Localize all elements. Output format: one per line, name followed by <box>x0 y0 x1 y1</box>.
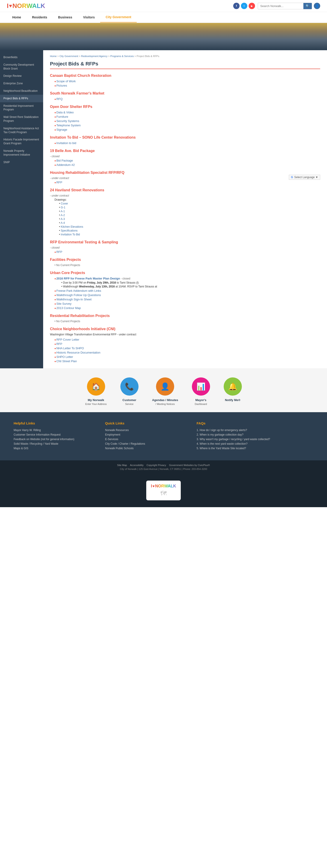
link-cover[interactable]: Cover <box>61 202 68 205</box>
link-nha-letter[interactable]: NHA Letter To SHPO <box>56 346 84 350</box>
link-rfp-env[interactable]: RFP <box>56 250 62 254</box>
facebook-icon[interactable]: f <box>233 3 239 9</box>
mayor-circle: 📊 <box>192 377 210 396</box>
sidebar-item-enterprise-zone[interactable]: Enterprise Zone <box>0 80 43 87</box>
sidebar-item-snip[interactable]: SNIP <box>0 159 43 166</box>
youtube-icon[interactable]: ▶ <box>249 3 255 9</box>
sidebar-item-brownfields[interactable]: Brownfields <box>0 54 43 61</box>
link-government-websites[interactable]: Government Websites by CivicPlus® <box>169 464 210 466</box>
nav-visitors[interactable]: Visitors <box>78 12 100 22</box>
link-a1[interactable]: A-1 <box>61 210 65 213</box>
link-pictures[interactable]: Pictures <box>56 84 67 87</box>
sidebar-item-cdbg[interactable]: Community Development Block Grant <box>0 61 43 72</box>
footer-icon-my-norwalk[interactable]: 🏠 My Norwalk Enter Your Address <box>85 377 106 405</box>
link-furniture[interactable]: Furniture <box>56 115 68 118</box>
link-customer-info[interactable]: Customer Service Information Request <box>13 433 92 436</box>
footer-icon-mayor[interactable]: 📊 Mayor's Dashboard <box>192 377 210 405</box>
footer-logo[interactable]: I ♥ NORWALK 🗺 <box>146 480 181 500</box>
breadcrumb-programs[interactable]: Programs & Services <box>110 55 134 58</box>
link-rfp-cni[interactable]: RFP <box>56 342 62 346</box>
footer-icon-notify[interactable]: 🔔 Notify Me® <box>224 377 242 405</box>
sidebar-item-neighborhood-assistance[interactable]: Neighborhood Assistance Act Tax Credit P… <box>0 125 43 136</box>
breadcrumb-redevelopment[interactable]: Redevelopment Agency <box>81 55 107 58</box>
link-solid-waste[interactable]: Solid Waste / Recycling / Yard Waste <box>13 442 92 445</box>
footer-quick-links: Quick Links Norwalk Resources Employment… <box>105 421 183 451</box>
my-norwalk-circle: 🏠 <box>87 377 105 396</box>
footer-icon-agendas[interactable]: 👤 Agendas / Minutes / Meeting Notices <box>152 377 178 405</box>
link-bid-package[interactable]: Bid Package <box>56 159 73 162</box>
footer-address: City of Norwalk | 125 East Avenue | Norw… <box>3 468 324 470</box>
nav-residents[interactable]: Residents <box>27 12 53 22</box>
link-rfp-cover-letter[interactable]: RFP Cover Letter <box>56 338 79 341</box>
link-a3[interactable]: A-3 <box>61 217 65 221</box>
footer-icon-customer[interactable]: 📞 Customer Service <box>120 377 138 405</box>
sidebar-item-wall-street[interactable]: Wall Street Rent Stabilization Program <box>0 113 43 125</box>
sidebar-item-historic-facade[interactable]: Historic Facade Improvement Grant Progra… <box>0 136 43 147</box>
link-norwalk-schools[interactable]: Norwalk Public Schools <box>105 447 183 450</box>
link-employment[interactable]: Employment <box>105 433 183 436</box>
link-invitation-to-bid-haviland[interactable]: Invitation To Bid <box>61 233 80 236</box>
nav-business[interactable]: Business <box>53 12 78 22</box>
link-shpo-letter[interactable]: SHPO Letter <box>56 355 73 359</box>
link-norwalk-resources[interactable]: Norwalk Resources <box>105 429 183 432</box>
open-door-links: ◆ Data & Video ◆ Furniture ◆ Security Sy… <box>55 111 320 131</box>
link-invitation-to-bid[interactable]: Invitation to bid <box>56 141 76 145</box>
link-mayor-rilling[interactable]: Mayor Harry W. Rilling <box>13 429 92 432</box>
link-telephone-system[interactable]: Telephone System <box>56 124 80 127</box>
link-walkthrough-sign-in[interactable]: Walkthrough Sign-In Sheet <box>56 298 92 301</box>
link-accessibility[interactable]: Accessibility <box>130 464 143 466</box>
link-city-code[interactable]: City Code / Charter / Regulations <box>105 442 183 445</box>
link-g1[interactable]: G-1 <box>61 206 65 209</box>
customer-label: Customer <box>122 398 136 402</box>
social-icons: f t ▶ <box>233 3 255 9</box>
breadcrumb-home[interactable]: Home <box>50 55 57 58</box>
link-maps-gis[interactable]: Maps & GIS <box>13 447 92 450</box>
link-feedback[interactable]: Feedback on Website (not for general inf… <box>13 438 92 441</box>
mayor-label: Mayor's <box>195 398 206 402</box>
link-contour-map[interactable]: 2013 Contour Map <box>56 306 81 310</box>
sidebar-item-neighborhood-beautification[interactable]: Neighborhood Beautification <box>0 87 43 95</box>
footer-faqs: FAQs 1. How do I sign up for emergency a… <box>197 421 314 451</box>
nav-city-government[interactable]: City Government <box>100 12 137 23</box>
nav-home[interactable]: Home <box>7 12 27 22</box>
link-specifications[interactable]: Specifications <box>61 229 78 232</box>
link-rfq-south[interactable]: RFQ <box>56 97 62 101</box>
link-signage[interactable]: Signage <box>56 128 67 131</box>
sidebar-item-project-bids[interactable]: Project Bids & RFPs <box>0 95 43 102</box>
link-copyright-privacy[interactable]: Copyright Privacy <box>146 464 166 466</box>
link-walkthrough-questions[interactable]: Walkthrough Follow Up Questions <box>56 293 101 297</box>
breadcrumb-city-gov[interactable]: City Government <box>60 55 78 58</box>
link-e-services[interactable]: E-Services <box>105 438 183 441</box>
link-data-video[interactable]: Data & Video <box>56 111 73 114</box>
section-title-rfp-env: RFP Environmental Testing & Sampling <box>50 240 320 244</box>
link-a2[interactable]: A-2 <box>61 214 65 217</box>
search-input[interactable] <box>258 3 303 9</box>
link-site-survey[interactable]: Site Survey <box>56 302 71 305</box>
link-freese-park-rfp[interactable]: 2016 RFP for Freese Park Master Plan Des… <box>56 277 120 280</box>
link-addendum-2[interactable]: Addendum #2 <box>56 163 75 166</box>
link-site-map[interactable]: Site Map <box>117 464 127 466</box>
link-a4[interactable]: A-4 <box>61 221 65 224</box>
footer-logo-section: I ♥ NORWALK 🗺 <box>0 474 327 507</box>
invitation-bid-links: ◆ Invitation to bid <box>55 141 320 145</box>
link-rfp-housing[interactable]: RFP <box>56 181 62 184</box>
link-historic-resource[interactable]: Historic Resource Documentation <box>56 351 100 354</box>
link-scope-of-work[interactable]: Scope of Work <box>56 80 76 83</box>
haviland-links: • Cover • G-1 • A-1 • A-2 • A-3 • A-4 • … <box>59 202 320 236</box>
urban-core-bullets: • Due by 3:00 PM on Friday, July 29th, 2… <box>61 281 320 288</box>
search-button[interactable]: 🔍 <box>303 3 312 9</box>
logo[interactable]: I ♥ NORWALK <box>7 2 45 9</box>
link-cni-street-plan[interactable]: CNI Street Plan <box>56 360 77 363</box>
select-language-btn[interactable]: G Select Language ▼ <box>289 175 320 180</box>
sidebar-item-norwalk-property[interactable]: Norwalk Property Improvement Initiative <box>0 147 43 159</box>
faq-5: 5. Where is the Yard Waste Site located? <box>197 447 314 450</box>
link-freese-addendum[interactable]: Freese Park Addendum with Links <box>56 289 101 292</box>
facilities-no-current: • No Current Projects <box>55 264 320 267</box>
twitter-icon[interactable]: t <box>241 3 247 9</box>
link-security-systems[interactable]: Security Systems <box>56 119 79 123</box>
sidebar-item-residential-improvement[interactable]: Residential Improvement Program <box>0 102 43 114</box>
sidebar-item-design-review[interactable]: Design Review <box>0 72 43 80</box>
link-kitchen-elevations[interactable]: Kitchen Elevations <box>61 225 83 228</box>
user-icon[interactable]: 👤 <box>314 3 320 9</box>
section-title-facilities: Facilities Projects <box>50 258 320 262</box>
